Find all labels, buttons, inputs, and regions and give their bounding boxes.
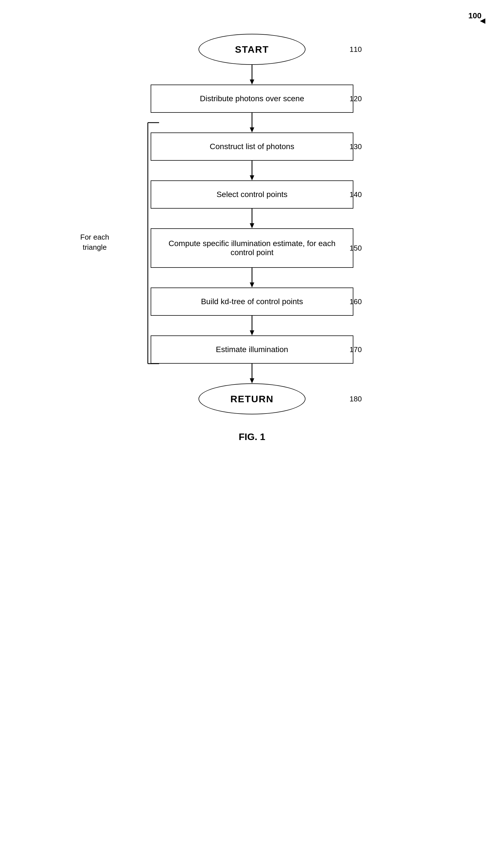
step5-node: Build kd-tree of control points bbox=[151, 288, 353, 316]
step1-label: Distribute photons over scene bbox=[200, 94, 304, 103]
step5-wrapper: Build kd-tree of control points 160 bbox=[125, 288, 379, 316]
step5-label: Build kd-tree of control points bbox=[201, 297, 303, 306]
step4-id: 150 bbox=[350, 244, 362, 253]
step6-id: 170 bbox=[350, 345, 362, 354]
step1-node: Distribute photons over scene bbox=[151, 85, 353, 113]
svg-marker-3 bbox=[250, 127, 254, 133]
arrow-7 bbox=[249, 364, 255, 383]
flowchart: START 110 Distribute photons over scene … bbox=[125, 34, 379, 442]
svg-marker-1 bbox=[250, 80, 254, 85]
step3-id: 140 bbox=[350, 190, 362, 199]
fig-caption: FIG. 1 bbox=[239, 431, 265, 442]
arrow-5 bbox=[249, 268, 255, 288]
end-label: RETURN bbox=[230, 394, 274, 405]
arrow-1 bbox=[249, 65, 255, 85]
loop-section: Construct list of photons 130 Select con… bbox=[125, 113, 379, 364]
step6-node: Estimate illumination bbox=[151, 336, 353, 364]
step4-wrapper: Compute specific illumination estimate, … bbox=[125, 228, 379, 268]
step3-label: Select control points bbox=[217, 190, 287, 199]
arrow-2 bbox=[249, 113, 255, 133]
end-node: RETURN bbox=[198, 383, 306, 414]
arrow-6 bbox=[249, 316, 255, 336]
svg-marker-9 bbox=[250, 282, 254, 288]
step2-id: 130 bbox=[350, 142, 362, 151]
step6-wrapper: Estimate illumination 170 bbox=[125, 336, 379, 364]
step2-node: Construct list of photons bbox=[151, 133, 353, 161]
start-node: START bbox=[198, 34, 306, 65]
page-container: 100 ◄ START 110 Distribute photons over … bbox=[0, 0, 504, 842]
step1-id: 120 bbox=[350, 94, 362, 103]
step2-wrapper: Construct list of photons 130 bbox=[125, 133, 379, 161]
step4-node: Compute specific illumination estimate, … bbox=[151, 228, 353, 268]
step1-wrapper: Distribute photons over scene 120 bbox=[125, 85, 379, 113]
step6-label: Estimate illumination bbox=[216, 345, 288, 354]
step4-label: Compute specific illumination estimate, … bbox=[157, 239, 347, 257]
step3-node: Select control points bbox=[151, 181, 353, 209]
step2-label: Construct list of photons bbox=[210, 142, 294, 151]
svg-marker-7 bbox=[250, 223, 254, 228]
step5-id: 160 bbox=[350, 297, 362, 306]
step3-wrapper: Select control points 140 bbox=[125, 181, 379, 209]
arrow-3 bbox=[249, 161, 255, 181]
figure-ref-arrow: ◄ bbox=[478, 16, 487, 26]
svg-marker-11 bbox=[250, 330, 254, 336]
start-step-id: 110 bbox=[350, 45, 362, 54]
end-node-wrapper: RETURN 180 bbox=[125, 383, 379, 414]
loop-label: For each triangle bbox=[80, 232, 109, 253]
start-node-wrapper: START 110 bbox=[125, 34, 379, 65]
svg-marker-13 bbox=[250, 378, 254, 383]
start-label: START bbox=[235, 44, 269, 55]
arrow-4 bbox=[249, 209, 255, 228]
end-step-id: 180 bbox=[350, 395, 362, 403]
loop-bracket-svg bbox=[125, 123, 154, 364]
svg-marker-5 bbox=[250, 175, 254, 181]
